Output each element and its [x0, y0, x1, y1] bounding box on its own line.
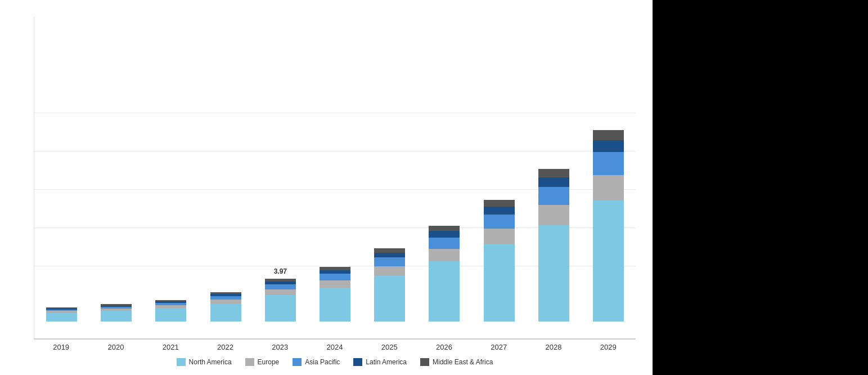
legend-label-middle_east: Middle East & Africa [433, 358, 493, 366]
year-label-2026: 2026 [417, 340, 471, 351]
legend-item-latin_america: Latin America [353, 358, 407, 366]
segment-north_america [320, 288, 350, 322]
bar-2022 [210, 292, 241, 322]
bar-2027 [484, 200, 515, 322]
bar-group-2025 [362, 248, 417, 322]
legend-swatch-north_america [177, 358, 186, 366]
segment-middle_east [429, 226, 460, 231]
segment-europe [265, 289, 296, 295]
segment-north_america [210, 303, 241, 322]
legend-label-asia_pacific: Asia Pacific [305, 358, 340, 366]
bar-2028 [538, 169, 569, 322]
segment-north_america [429, 261, 460, 322]
segment-europe [374, 266, 405, 276]
legend-label-north_america: North America [189, 358, 232, 366]
bar-group-2019 [34, 307, 89, 322]
year-label-2021: 2021 [143, 340, 198, 351]
segment-north_america [593, 200, 624, 322]
year-label-2022: 2022 [198, 340, 253, 351]
bar-group-2022 [199, 292, 253, 322]
bar-group-2027 [472, 200, 527, 322]
segment-latin_america [484, 207, 515, 215]
segment-north_america [46, 313, 77, 322]
segment-middle_east [374, 248, 405, 253]
segment-north_america [265, 295, 296, 322]
segment-north_america [155, 308, 186, 322]
segment-europe [538, 205, 569, 225]
segment-asia_pacific [429, 238, 460, 249]
legend-swatch-middle_east [420, 358, 429, 366]
bar-2021 [155, 300, 186, 322]
year-label-2023: 2023 [253, 340, 307, 351]
bar-2020 [101, 304, 132, 322]
segment-asia_pacific [265, 284, 296, 289]
segment-europe [320, 280, 350, 288]
bar-2025 [374, 248, 405, 322]
chart-container: 3.97 20192020202120222023202420252026202… [0, 0, 653, 375]
segment-north_america [484, 244, 515, 322]
bar-2029 [593, 130, 624, 322]
segment-europe [210, 300, 241, 303]
segment-asia_pacific [593, 152, 624, 175]
bar-group-2029 [581, 130, 636, 322]
year-label-2020: 2020 [88, 340, 143, 351]
segment-asia_pacific [484, 215, 515, 229]
segment-north_america [538, 225, 569, 322]
bar-group-2020 [89, 304, 143, 322]
chart-area: 3.97 20192020202120222023202420252026202… [34, 17, 636, 351]
year-label-2028: 2028 [526, 340, 581, 351]
legend-swatch-europe [245, 358, 254, 366]
legend-item-europe: Europe [245, 358, 280, 366]
legend-label-latin_america: Latin America [366, 358, 407, 366]
legend: North AmericaEuropeAsia PacificLatin Ame… [34, 358, 636, 366]
bar-group-2026 [417, 226, 471, 322]
segment-north_america [374, 276, 405, 322]
bar-2026 [429, 226, 460, 322]
legend-item-north_america: North America [177, 358, 232, 366]
bars-wrapper: 3.97 [34, 17, 636, 340]
legend-item-middle_east: Middle East & Africa [420, 358, 493, 366]
segment-latin_america [538, 177, 569, 187]
bar-2024 [320, 267, 350, 322]
segment-latin_america [593, 140, 624, 152]
year-label-2019: 2019 [34, 340, 88, 351]
year-label-2027: 2027 [471, 340, 526, 351]
bar-2023 [265, 279, 296, 322]
segment-latin_america [429, 231, 460, 237]
bar-group-2023: 3.97 [253, 279, 308, 322]
segment-middle_east [593, 130, 624, 140]
segment-asia_pacific [320, 274, 350, 280]
segment-latin_america [320, 270, 350, 274]
bar-2019 [46, 307, 77, 322]
bar-group-2028 [527, 169, 581, 322]
segment-asia_pacific [538, 187, 569, 205]
segment-europe [429, 249, 460, 261]
bar-annotation: 3.97 [274, 267, 287, 276]
year-label-2024: 2024 [307, 340, 362, 351]
segment-asia_pacific [374, 257, 405, 266]
legend-swatch-asia_pacific [293, 358, 302, 366]
segment-europe [484, 229, 515, 244]
segment-middle_east [538, 169, 569, 177]
legend-label-europe: Europe [258, 358, 280, 366]
legend-swatch-latin_america [353, 358, 362, 366]
segment-north_america [101, 311, 132, 322]
year-label-2029: 2029 [581, 340, 636, 351]
segment-latin_america [374, 253, 405, 258]
legend-item-asia_pacific: Asia Pacific [293, 358, 340, 366]
bar-group-2021 [143, 300, 198, 322]
segment-europe [593, 175, 624, 200]
bar-group-2024 [308, 267, 362, 322]
year-label-2025: 2025 [362, 340, 417, 351]
segment-middle_east [484, 200, 515, 207]
black-panel [653, 0, 868, 375]
